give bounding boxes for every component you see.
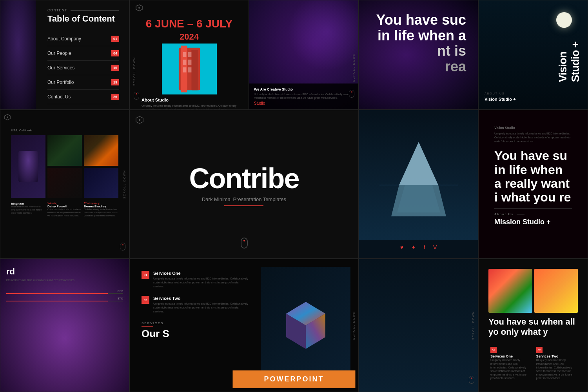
slide-vision-right: About Us Vision Studio + Vision Studio + xyxy=(478,0,588,110)
services-scroll-text: Scroll Down xyxy=(352,311,355,340)
br-service-num-2: 02 xyxy=(536,347,543,353)
creative-studio-desc: Uniquely incubate timely infomediaries a… xyxy=(254,93,354,100)
social-twitter[interactable]: ✦ xyxy=(411,244,416,250)
toc-item: Contact Us 26 xyxy=(47,90,119,104)
toc-item: About Company 01 xyxy=(47,32,119,46)
powerpoint-banner[interactable]: POWERPOINT xyxy=(232,370,355,388)
hex-decoration xyxy=(136,4,143,13)
team-hex-icon xyxy=(4,114,11,122)
vision-bg: About Us Vision Studio + Vision Studio + xyxy=(479,0,588,109)
br-service-1: 01 Services One Uniquely incubate timely… xyxy=(488,345,532,382)
cube-background: Scroll Down xyxy=(359,259,478,392)
social-vimeo[interactable]: V xyxy=(433,244,437,250)
team-member-2: Winning Daisy Powell Collaboratively sca… xyxy=(47,202,82,217)
team-photo-4 xyxy=(47,168,82,198)
nt-is-text: nt is xyxy=(376,43,466,59)
creative-scroll-indicator xyxy=(349,90,354,98)
slide-cube-bg: Scroll Down xyxy=(359,259,478,392)
social-pinterest[interactable]: ♥ xyxy=(400,244,403,250)
svg-rect-7 xyxy=(183,60,186,65)
creative-studio-brand: Studio xyxy=(254,101,354,105)
team-member-1: hingham scale frictionless methods of em… xyxy=(11,202,45,217)
slide-toc: Content Table of Content About Company 0… xyxy=(0,0,129,110)
in-life-when-text: in life when a xyxy=(376,28,466,44)
slide-event: 6 JUNE – 6 JULY 2024 About Studio Unique… xyxy=(129,0,249,110)
cube-scroll-indicator xyxy=(469,376,474,384)
service-item-1: 01 Services One Uniquely incubate timely… xyxy=(142,271,249,288)
team-member-3: Photography Donna Bradley Collaborativel… xyxy=(84,202,118,217)
event-year: 2024 xyxy=(142,32,237,42)
creative-scroll-text: Scroll Down xyxy=(352,53,355,82)
team-photo-1 xyxy=(11,135,45,198)
brand-subtitle: Dark Minimal Presentation Templates xyxy=(189,196,299,202)
service-num-2: 02 xyxy=(142,296,149,304)
svg-point-12 xyxy=(7,116,8,118)
br-colorful-img xyxy=(488,269,532,313)
slide-bottom-right: You have su when all yo only what y 01 S… xyxy=(478,259,588,392)
vq-mission: Mission Studio + xyxy=(494,218,572,227)
toc-title: Table of Content xyxy=(47,14,119,24)
vision-vertical-title: Vision Studio + xyxy=(557,28,582,82)
br-person-img xyxy=(534,269,578,313)
vision-label: About Us xyxy=(485,92,516,95)
event-image xyxy=(162,44,217,94)
you-have-suc-text: You have suc xyxy=(376,12,466,28)
portrait-desc1: infomediaries and B2C infomediaries and … xyxy=(6,278,123,282)
toc-content-label: Content xyxy=(47,8,119,12)
portrait-big-text: rd xyxy=(6,267,123,276)
team-photo-3 xyxy=(84,135,118,166)
cube-scroll-text: Scroll Down xyxy=(472,311,475,340)
service-item-2: 02 Services Two Uniquely incubate timely… xyxy=(142,296,249,313)
br-images xyxy=(488,269,578,313)
creative-studio-title: We Are Creative Studio xyxy=(254,87,354,91)
brand-line xyxy=(224,205,263,206)
vq-big-quote: You have su in life when a really want i… xyxy=(494,149,572,204)
toc-item: Our Services 15 xyxy=(47,61,119,75)
svg-point-1 xyxy=(138,7,140,9)
main-brand-container: Contribe Dark Minimal Presentation Templ… xyxy=(189,162,299,206)
svg-rect-5 xyxy=(183,52,186,57)
event-date: 6 JUNE – 6 JULY xyxy=(142,18,237,30)
svg-rect-9 xyxy=(183,67,186,73)
svg-point-14 xyxy=(139,119,141,121)
vision-moon xyxy=(556,12,572,28)
team-photos xyxy=(11,135,118,198)
rea-text: rea xyxy=(376,59,466,74)
scroll-down-text: Scroll Down xyxy=(133,57,136,86)
br-service-title-2: Services Two xyxy=(536,354,576,358)
vq-about-label: About Us xyxy=(494,212,572,216)
event-about-title: About Studio xyxy=(142,98,237,102)
vision-quote-bg: Vision Studio Uniquely incubate timely i… xyxy=(486,118,580,250)
br-service-2: 02 Services Two Uniquely incubate timely… xyxy=(534,345,578,382)
event-about-text: Uniquely incubate timely infomediaries a… xyxy=(142,104,237,110)
social-facebook[interactable]: f xyxy=(424,244,425,250)
br-service-desc-2: Uniquely incubate timely infomediaries a… xyxy=(536,358,576,380)
slide-creative-extended: You have suc in life when a nt is rea xyxy=(359,0,478,110)
main-hex-icon xyxy=(136,116,143,125)
team-photo-2 xyxy=(47,135,82,166)
team-scroll-indicator xyxy=(120,243,125,250)
svg-rect-8 xyxy=(188,60,191,65)
br-service-num-1: 01 xyxy=(490,347,497,353)
slide-iceberg: ♥ ✦ f V xyxy=(359,110,478,259)
svg-rect-4 xyxy=(191,50,198,90)
services-label: Services xyxy=(142,321,249,325)
svg-rect-10 xyxy=(188,67,191,73)
team-location: USA, California xyxy=(11,129,118,132)
br-services-grid: 01 Services One Uniquely incubate timely… xyxy=(488,345,578,382)
svg-marker-16 xyxy=(399,142,438,185)
slide-main: Contribe Dark Minimal Presentation Templ… xyxy=(129,110,359,259)
brand-name: Contribe xyxy=(189,162,299,194)
team-photo-5 xyxy=(84,168,118,198)
service-title-2: Services Two xyxy=(153,296,249,301)
team-scroll-text: Scroll Down xyxy=(123,170,126,199)
vision-title-text: Vision Studio + xyxy=(485,97,516,102)
service-title-1: Services One xyxy=(153,271,249,276)
iceberg-social: ♥ ✦ f V xyxy=(396,240,441,254)
slide-about-studio: We Are Creative Studio Uniquely incubate… xyxy=(249,0,359,110)
slide-team: USA, California xyxy=(0,110,129,259)
services-big-title: Our S xyxy=(142,328,249,340)
svg-rect-6 xyxy=(188,52,191,57)
toc-item: Our Portfolio 19 xyxy=(47,75,119,90)
service-desc-1: Uniquely incubate timely infomediaries a… xyxy=(153,277,249,288)
